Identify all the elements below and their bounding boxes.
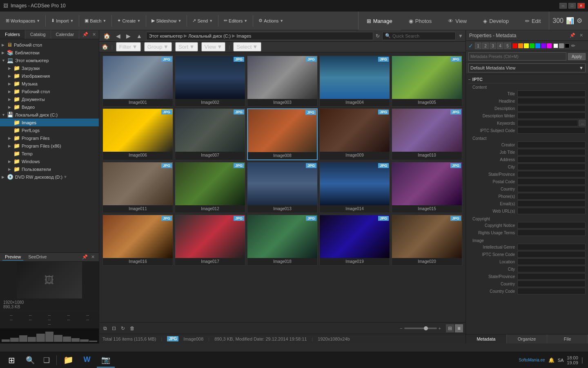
meta-rights-usage-input[interactable]: [517, 229, 586, 236]
refresh-bottom-button[interactable]: ↻: [119, 325, 127, 332]
start-button[interactable]: ⊞: [2, 353, 21, 368]
meta-preset-input[interactable]: [468, 52, 566, 61]
delete-button[interactable]: 🗑: [128, 325, 136, 332]
meta-email-input[interactable]: [517, 200, 586, 207]
meta-country-input[interactable]: [517, 186, 586, 192]
image-cell-001[interactable]: JPG Image001: [102, 56, 173, 107]
color-green[interactable]: [530, 43, 535, 48]
meta-num-3-button[interactable]: 3: [490, 43, 496, 49]
tab-calendar[interactable]: Calendar: [51, 30, 80, 39]
taskbar-taskview-icon[interactable]: ❑: [39, 353, 54, 368]
tree-item-desktop2[interactable]: ▶ 📁 Рабочий стол: [0, 88, 99, 95]
preview-pin-icon[interactable]: 📌: [80, 254, 89, 260]
tree-item-users[interactable]: ▶ 📁 Пользователи: [0, 165, 99, 173]
image-cell-014[interactable]: JPG Image014: [319, 162, 390, 213]
taskbar-search-icon[interactable]: 🔍: [23, 353, 38, 368]
panel-pin-icon[interactable]: 📌: [81, 31, 90, 38]
meta-creator-input[interactable]: [517, 141, 586, 148]
workspaces-button[interactable]: ⊞ Workspaces ▼: [2, 13, 43, 28]
color-blue[interactable]: [535, 43, 540, 48]
image-cell-010[interactable]: JPG Image010: [392, 108, 462, 160]
tree-item-images-pc[interactable]: ▶ 📁 Изображения: [0, 72, 99, 80]
meta-iptc-subject-input[interactable]: [517, 127, 586, 134]
meta-postal-input[interactable]: [517, 178, 586, 185]
create-button[interactable]: ✦ Create ▼: [114, 13, 144, 28]
color-gray[interactable]: [559, 43, 564, 48]
color-purple[interactable]: [541, 43, 546, 48]
settings-icon[interactable]: ⚙: [577, 17, 582, 25]
quick-search-input[interactable]: 🔍 Quick Search: [382, 32, 456, 40]
image-cell-012[interactable]: JPG Image012: [175, 162, 245, 213]
nav-back-button[interactable]: ◀: [114, 32, 122, 40]
tree-item-libraries[interactable]: ▶ 📚 Библиотеки: [0, 49, 99, 56]
meta-iptc-scene-input[interactable]: [517, 251, 586, 258]
minimize-button[interactable]: ─: [559, 3, 567, 9]
tree-item-video[interactable]: ▶ 📁 Видео: [0, 103, 99, 111]
meta-copyright-notice-input[interactable]: [517, 222, 586, 229]
image-cell-008[interactable]: JPG Image008: [247, 108, 318, 160]
tab-file[interactable]: File: [547, 334, 588, 343]
meta-keywords-input[interactable]: [517, 120, 578, 126]
meta-pencil-icon[interactable]: ✏: [571, 43, 575, 49]
taskbar-acdsee-button[interactable]: 📷: [97, 353, 115, 368]
sort-button[interactable]: Sort ▼: [175, 42, 198, 52]
panel-close-icon[interactable]: ✕: [91, 31, 98, 38]
meta-state-img-input[interactable]: [517, 273, 586, 280]
tab-develop[interactable]: ◈ Develop: [475, 11, 517, 31]
editors-button[interactable]: ✏ Editors ▼: [220, 13, 251, 28]
paste-button[interactable]: ⊡: [110, 325, 118, 332]
tab-catalog[interactable]: Catalog: [25, 30, 51, 39]
close-button[interactable]: ✕: [577, 3, 585, 9]
meta-num-5-button[interactable]: 5: [504, 43, 511, 49]
tree-item-perflogs[interactable]: 📁 PerfLogs: [0, 126, 99, 134]
meta-phone-input[interactable]: [517, 193, 586, 200]
batch-button[interactable]: ▣ Batch ▼: [81, 13, 109, 28]
taskbar-show-desktop-icon[interactable]: |: [581, 357, 583, 364]
meta-country-code-input[interactable]: [517, 288, 586, 294]
color-black[interactable]: [565, 43, 570, 48]
acdsee-logo-icon[interactable]: 300: [552, 17, 564, 25]
chart-icon[interactable]: 📊: [566, 17, 574, 25]
zoom-plus-icon[interactable]: +: [439, 326, 441, 331]
tree-item-music[interactable]: ▶ 📁 Музыка: [0, 80, 99, 88]
right-close-icon[interactable]: ✕: [578, 32, 585, 39]
tree-item-program-files-x86[interactable]: ▶ 📁 Program Files (x86): [0, 142, 99, 150]
list-view-button[interactable]: ≡: [455, 324, 463, 332]
image-cell-013[interactable]: JPG Image013: [247, 162, 318, 213]
zoom-minus-icon[interactable]: −: [400, 326, 402, 331]
image-cell-006[interactable]: JPG Image006: [102, 108, 173, 160]
tree-item-desktop[interactable]: ▶ 🖥 Рабочий стол: [0, 41, 99, 49]
taskbar-explorer-button[interactable]: 📁: [59, 353, 77, 368]
meta-num-1-button[interactable]: 1: [475, 43, 481, 49]
tree-item-images-c[interactable]: 📁 Images: [0, 119, 99, 126]
group-button[interactable]: Group ▼: [144, 42, 172, 52]
meta-num-2-button[interactable]: 2: [482, 43, 489, 49]
nav-forward-button[interactable]: ▶: [125, 32, 132, 40]
image-cell-015[interactable]: JPG Image015: [392, 162, 462, 213]
meta-desc-writer-input[interactable]: [517, 112, 586, 119]
select-button[interactable]: Select ▼: [233, 42, 261, 52]
image-cell-003[interactable]: JPG Image003: [247, 56, 318, 107]
tab-folders[interactable]: Folders: [0, 30, 25, 39]
meta-description-input[interactable]: [517, 105, 586, 112]
image-cell-016[interactable]: JPG Image016: [102, 215, 173, 266]
meta-job-title-input[interactable]: [517, 149, 586, 155]
color-red[interactable]: [512, 43, 517, 48]
meta-headline-input[interactable]: [517, 98, 586, 104]
slideshow-button[interactable]: ▶ Slideshow ▼: [148, 13, 185, 28]
image-cell-009[interactable]: JPG Image009: [319, 108, 390, 160]
meta-city-img-input[interactable]: [517, 266, 586, 272]
tab-view[interactable]: 👁 View: [440, 11, 475, 31]
tree-item-program-files[interactable]: ▶ 📁 Program Files: [0, 134, 99, 142]
tab-edit[interactable]: ✏ Edit: [517, 11, 549, 31]
image-cell-011[interactable]: JPG Image011: [102, 162, 173, 213]
image-cell-018[interactable]: JPG Image018: [247, 215, 318, 266]
iptc-collapse-icon[interactable]: −: [468, 77, 471, 82]
nav-home-button[interactable]: 🏠: [102, 32, 112, 40]
meta-location-input[interactable]: [517, 258, 586, 265]
tree-item-local-c[interactable]: ▼ 💾 Локальный диск (C:): [0, 111, 99, 119]
tree-item-documents[interactable]: ▶ 📁 Документы: [0, 95, 99, 103]
view-filter-button[interactable]: View ▼: [201, 42, 226, 52]
taskbar-office-button[interactable]: W: [78, 353, 96, 368]
filter-home-icon[interactable]: 🏠: [102, 44, 108, 50]
